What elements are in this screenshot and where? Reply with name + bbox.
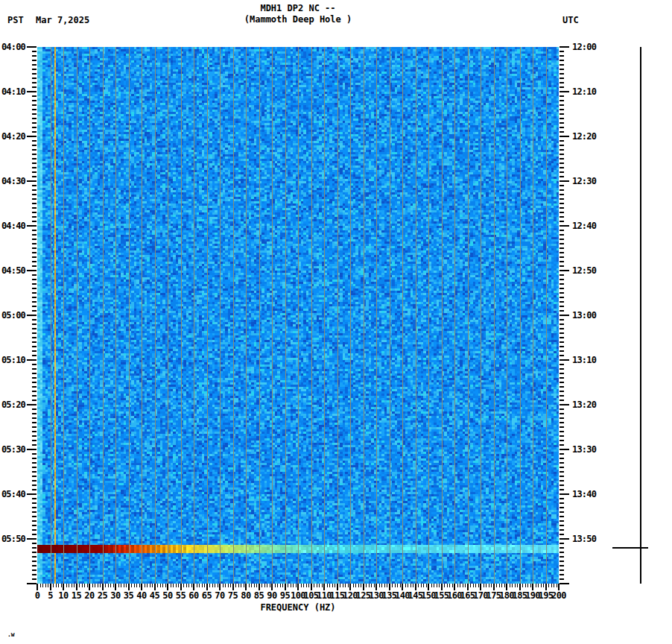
time-tick-left — [32, 69, 37, 70]
freq-tick — [128, 584, 130, 590]
freq-tick — [515, 584, 516, 587]
freq-tick — [131, 584, 132, 587]
time-tick-left — [32, 534, 37, 535]
time-tick-left — [32, 51, 37, 52]
time-tick-left — [32, 261, 37, 262]
time-label-pst: 05:40 — [0, 489, 25, 499]
freq-tick — [152, 584, 153, 587]
time-tick-left — [32, 341, 37, 343]
freq-tick — [136, 584, 137, 587]
time-tick-left — [27, 493, 37, 495]
time-tick-right — [560, 556, 564, 558]
time-label-utc: 13:10 — [572, 355, 596, 365]
time-tick-left — [32, 194, 37, 195]
freq-tick — [506, 584, 507, 590]
time-tick-left — [32, 104, 37, 106]
freq-tick — [543, 584, 544, 587]
time-tick-right — [560, 489, 564, 490]
freq-tick — [238, 584, 239, 587]
time-tick-left — [32, 243, 37, 244]
freq-tick — [110, 584, 111, 587]
freq-tick — [303, 584, 304, 587]
time-tick-right — [560, 552, 564, 553]
freq-tick — [473, 584, 474, 587]
time-label-utc: 13:40 — [572, 489, 596, 499]
time-tick-right — [560, 458, 564, 459]
time-tick-right — [560, 583, 569, 584]
time-tick-left — [32, 216, 37, 218]
time-label-pst: 04:10 — [0, 86, 25, 97]
time-tick-right — [560, 315, 569, 316]
freq-tick — [82, 584, 83, 587]
freq-tick — [395, 584, 396, 587]
freq-tick — [460, 584, 460, 587]
footer-note: .w — [7, 632, 15, 638]
freq-tick — [379, 584, 380, 587]
time-tick-right — [560, 283, 564, 285]
time-tick-right — [560, 507, 564, 508]
freq-tick — [180, 584, 182, 590]
freq-tick — [530, 584, 531, 587]
freq-tick — [79, 584, 80, 587]
spectrogram-plot — [37, 47, 559, 584]
time-tick-left — [32, 109, 37, 110]
freq-tick — [285, 584, 286, 590]
freq-tick — [197, 584, 197, 587]
freq-tick — [134, 584, 135, 587]
time-tick-right — [560, 534, 564, 535]
time-tick-right — [560, 529, 564, 531]
freq-tick — [154, 584, 156, 590]
time-tick-left — [32, 145, 37, 146]
time-tick-right — [560, 230, 564, 231]
time-label-pst: 04:40 — [0, 221, 25, 231]
freq-tick — [478, 584, 479, 587]
time-tick-left — [27, 538, 37, 540]
time-tick-right — [560, 194, 564, 195]
time-tick-right — [560, 100, 564, 101]
freq-tick — [525, 584, 526, 587]
freq-tick — [98, 584, 98, 587]
freq-tick — [486, 584, 486, 587]
time-tick-right — [560, 239, 564, 240]
freq-tick — [254, 584, 255, 587]
time-tick-left — [32, 198, 37, 200]
time-tick-left — [32, 543, 37, 544]
freq-tick — [470, 584, 471, 587]
freq-tick — [493, 584, 495, 590]
spectrogram-page: PST Mar 7,2025 MDH1 DP2 NC -- (Mammoth D… — [0, 0, 672, 644]
freq-tick — [280, 584, 281, 587]
time-tick-left — [32, 55, 37, 57]
freq-tick — [371, 584, 372, 587]
time-tick-left — [32, 86, 37, 88]
time-tick-right — [560, 368, 564, 370]
time-tick-left — [27, 583, 37, 584]
time-tick-right — [560, 359, 569, 361]
time-tick-right — [560, 212, 564, 213]
time-tick-left — [32, 480, 37, 482]
time-tick-right — [560, 502, 564, 504]
freq-tick — [42, 584, 43, 587]
time-tick-right — [560, 484, 564, 486]
time-tick-right — [560, 185, 564, 186]
freq-tick — [541, 584, 542, 587]
freq-tick — [108, 584, 109, 587]
time-label-utc: 13:30 — [572, 444, 596, 455]
time-tick-left — [32, 435, 37, 437]
freq-tick — [491, 584, 492, 587]
freq-tick — [405, 584, 406, 587]
freq-tick — [301, 584, 302, 587]
freq-tick — [332, 584, 333, 587]
time-tick-left — [32, 382, 37, 383]
time-tick-left — [32, 422, 37, 423]
freq-tick — [126, 584, 127, 587]
time-tick-left — [32, 431, 37, 432]
time-tick-left — [32, 149, 37, 151]
freq-tick — [74, 584, 75, 587]
freq-tick — [387, 584, 387, 587]
time-tick-left — [27, 180, 37, 182]
time-tick-right — [560, 408, 564, 410]
time-label-pst: 05:20 — [0, 400, 25, 410]
freq-tick — [267, 584, 267, 587]
freq-tick — [517, 584, 518, 587]
time-tick-left — [32, 239, 37, 240]
